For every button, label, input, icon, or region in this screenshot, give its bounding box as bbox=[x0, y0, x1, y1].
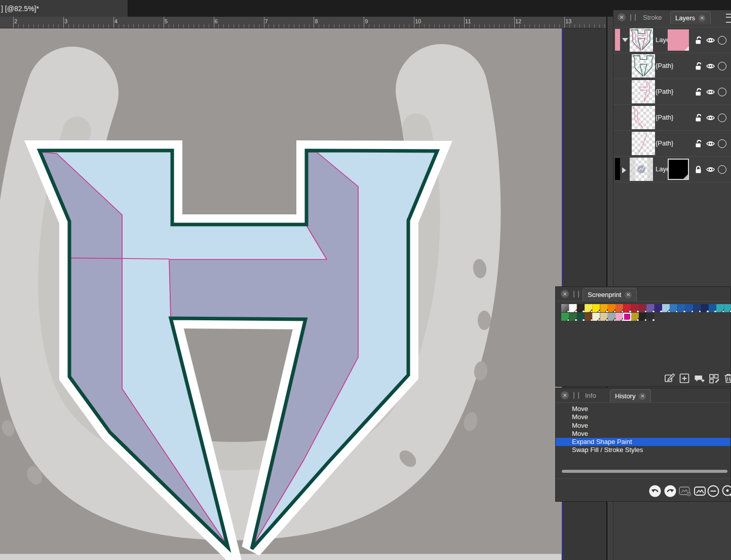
gradient-swatch[interactable] bbox=[561, 304, 569, 312]
layer-swatch[interactable] bbox=[668, 29, 689, 51]
eye-icon[interactable] bbox=[706, 113, 715, 123]
circle-icon[interactable] bbox=[718, 139, 726, 148]
eye-icon[interactable] bbox=[706, 35, 715, 45]
eye-icon[interactable] bbox=[706, 139, 715, 148]
layer-thumbnail[interactable] bbox=[632, 132, 655, 155]
color-swatch[interactable] bbox=[693, 304, 701, 312]
menu-icon[interactable] bbox=[726, 14, 731, 23]
color-swatch[interactable] bbox=[655, 304, 662, 312]
color-swatch[interactable] bbox=[701, 304, 708, 312]
layer-label[interactable]: {Path} bbox=[656, 139, 673, 147]
history-item[interactable]: Move bbox=[556, 430, 730, 438]
color-swatch[interactable] bbox=[569, 304, 576, 312]
circle-icon[interactable] bbox=[718, 36, 726, 45]
selected-color-swatch[interactable] bbox=[623, 313, 631, 321]
grip-icon[interactable] bbox=[630, 14, 636, 21]
color-swatch[interactable] bbox=[577, 313, 585, 321]
layer-swatch[interactable] bbox=[668, 159, 689, 180]
document-tab[interactable]: ] [@82.5%]* bbox=[0, 0, 128, 17]
layer-label[interactable]: {Path} bbox=[656, 62, 673, 69]
color-swatch[interactable] bbox=[670, 304, 677, 312]
color-swatch[interactable] bbox=[646, 313, 654, 321]
layer-thumbnail[interactable] bbox=[632, 54, 655, 78]
layer-thumbnail[interactable] bbox=[632, 106, 655, 129]
layer-row-path-1[interactable]: {Path} bbox=[613, 53, 731, 79]
circle-icon[interactable] bbox=[718, 165, 726, 174]
unlock-icon[interactable] bbox=[694, 139, 703, 148]
color-swatch[interactable] bbox=[631, 313, 639, 321]
chevron-down-icon[interactable] bbox=[622, 38, 628, 42]
lock-icon[interactable] bbox=[694, 165, 703, 174]
add-swatch-icon[interactable] bbox=[678, 372, 690, 384]
color-swatch[interactable] bbox=[615, 313, 623, 321]
eye-icon[interactable] bbox=[706, 165, 715, 174]
color-swatch[interactable] bbox=[608, 304, 615, 312]
clear-history-icon[interactable] bbox=[721, 484, 731, 498]
color-swatch[interactable] bbox=[592, 313, 600, 321]
undo-icon[interactable] bbox=[648, 484, 662, 498]
color-swatch[interactable] bbox=[561, 313, 569, 321]
circle-icon[interactable] bbox=[718, 114, 726, 122]
layer-label[interactable]: Layer bbox=[656, 36, 668, 44]
snapshot-disabled-icon[interactable] bbox=[678, 484, 692, 498]
history-item-selected[interactable]: Expand Shape Paint bbox=[556, 438, 730, 446]
layer-row-path-2[interactable]: {Path} bbox=[613, 79, 731, 105]
canvas-viewport[interactable] bbox=[0, 28, 562, 560]
history-position-slider[interactable] bbox=[562, 470, 727, 473]
color-swatch[interactable] bbox=[662, 304, 670, 312]
redo-icon[interactable] bbox=[664, 484, 677, 498]
layer-thumbnail[interactable] bbox=[630, 158, 653, 181]
history-item[interactable]: Move bbox=[556, 405, 730, 413]
grip-icon[interactable] bbox=[573, 291, 579, 297]
add-from-selection-icon[interactable] bbox=[693, 372, 706, 384]
layer-label[interactable]: Layer bbox=[656, 165, 668, 173]
close-icon[interactable]: ✕ bbox=[639, 393, 646, 400]
unlock-icon[interactable] bbox=[694, 35, 703, 45]
edit-swatch-icon[interactable] bbox=[664, 372, 676, 384]
color-swatch[interactable] bbox=[585, 313, 592, 321]
layer-thumbnail[interactable] bbox=[630, 28, 653, 52]
grip-icon[interactable] bbox=[573, 392, 579, 399]
color-swatch[interactable] bbox=[577, 304, 585, 312]
tab-screenprint[interactable]: Screenprint ✕ bbox=[583, 288, 637, 301]
color-swatch[interactable] bbox=[724, 304, 731, 312]
color-swatch[interactable] bbox=[615, 304, 623, 312]
color-swatch[interactable] bbox=[709, 304, 716, 312]
color-swatch[interactable] bbox=[716, 304, 724, 312]
color-swatch[interactable] bbox=[608, 313, 615, 321]
color-swatch[interactable] bbox=[677, 304, 685, 312]
color-swatch[interactable] bbox=[631, 304, 639, 312]
color-swatch[interactable] bbox=[646, 304, 654, 312]
layer-row-layer-0[interactable]: Layer bbox=[613, 27, 731, 53]
color-swatch[interactable] bbox=[600, 313, 607, 321]
tab-layers[interactable]: Layers ✕ bbox=[670, 11, 711, 24]
history-item[interactable]: Move bbox=[556, 413, 730, 421]
history-item[interactable]: Swap Fill / Stroke Styles bbox=[556, 446, 730, 454]
layer-row-path-4[interactable]: {Path} bbox=[613, 131, 731, 157]
palette-edit-icon[interactable] bbox=[708, 372, 720, 384]
color-swatch[interactable] bbox=[592, 304, 600, 312]
color-swatch[interactable] bbox=[600, 304, 607, 312]
close-icon[interactable]: ✕ bbox=[561, 290, 569, 298]
layer-thumbnail[interactable] bbox=[632, 80, 655, 103]
color-swatch[interactable] bbox=[623, 304, 631, 312]
snapshot-icon[interactable] bbox=[693, 484, 707, 498]
layer-row-layer-5[interactable]: Layer bbox=[613, 157, 731, 182]
close-icon[interactable]: ✕ bbox=[618, 13, 626, 21]
tab-history[interactable]: History ✕ bbox=[610, 389, 651, 402]
layer-label[interactable]: {Path} bbox=[656, 114, 673, 121]
circle-icon[interactable] bbox=[718, 88, 726, 96]
history-item[interactable]: Move bbox=[556, 422, 730, 430]
tab-stroke[interactable]: Stroke bbox=[643, 14, 662, 21]
color-swatch[interactable] bbox=[585, 304, 592, 312]
minus-circle-icon[interactable] bbox=[707, 484, 720, 498]
tab-info[interactable]: Info bbox=[585, 392, 596, 399]
eye-icon[interactable] bbox=[706, 87, 715, 97]
circle-icon[interactable] bbox=[718, 62, 726, 70]
color-swatch[interactable] bbox=[639, 304, 646, 312]
unlock-icon[interactable] bbox=[694, 87, 703, 97]
close-icon[interactable]: ✕ bbox=[625, 291, 632, 298]
eye-icon[interactable] bbox=[706, 61, 715, 71]
trash-icon[interactable] bbox=[722, 372, 731, 384]
layer-label[interactable]: {Path} bbox=[656, 88, 673, 95]
